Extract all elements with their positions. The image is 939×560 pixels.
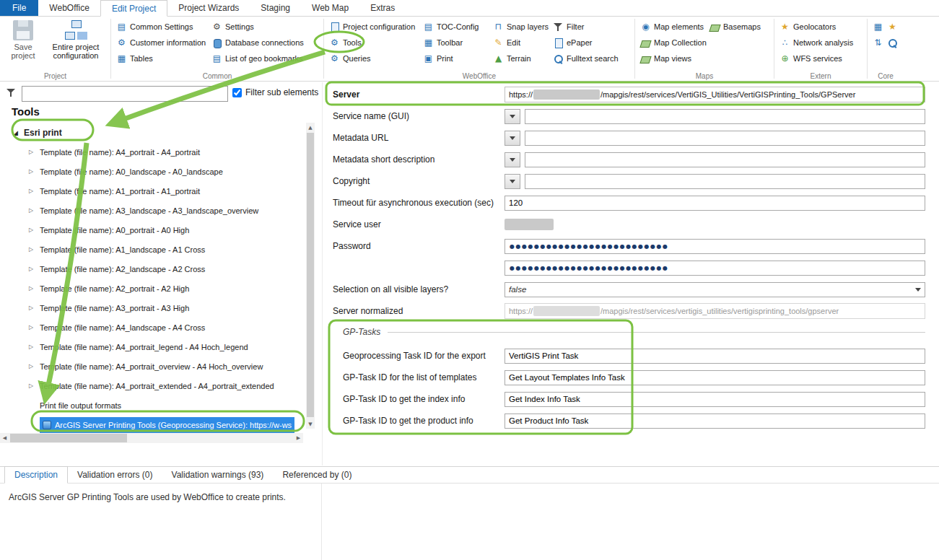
gp-templates-task-input[interactable] [505,370,925,385]
gp-export-task-input[interactable] [505,349,925,364]
snap-layers-button[interactable]: ⊓Snap layers [492,19,551,35]
filter-search-input[interactable] [22,86,228,102]
scrollbar-thumb[interactable] [307,133,314,417]
save-project-button[interactable]: Save project [4,19,43,71]
redacted-service-user[interactable] [505,219,554,230]
service-name-input[interactable] [525,109,925,124]
metadata-url-dropdown-button[interactable] [505,131,520,146]
geo-bookmarks-button[interactable]: ▤List of geo bookmarks [210,51,320,66]
metadata-url-input[interactable] [525,131,925,146]
filter-sub-elements-checkbox-input[interactable] [232,88,242,97]
tree-horizontal-scrollbar[interactable]: ◀ ▶ [0,433,303,443]
tab-staging[interactable]: Staging [250,0,301,16]
tree-item-arcgis-printing-tools[interactable]: ArcGIS Server Printing Tools (Geoprocess… [0,415,315,434]
wfs-services-button[interactable]: ⊕WFS services [778,51,863,66]
tree-item-template[interactable]: ▷Template (file name): A4_landscape - A4… [0,318,315,337]
map-views-button[interactable]: Map views [639,51,708,66]
tree-item-template[interactable]: ▷Template (file name): A4_portrait - A4_… [0,142,315,162]
fulltext-search-button[interactable]: Fulltext search [551,51,631,66]
tree-item-template[interactable]: ▷Template (file name): A0_landscape - A0… [0,162,315,181]
epaper-button[interactable]: ePaper [551,35,631,51]
expander-closed-icon[interactable]: ▷ [29,363,40,369]
expander-closed-icon[interactable]: ▷ [29,149,40,155]
geolocators-button[interactable]: ★Geolocators [778,19,863,35]
expander-closed-icon[interactable]: ▷ [29,324,40,331]
tab-validation-errors[interactable]: Validation errors (0) [68,467,162,483]
scroll-left-icon[interactable]: ◀ [0,433,9,443]
tree-item-print-file-output-formats[interactable]: Print file output formats [0,395,315,415]
copyright-dropdown-button[interactable] [505,174,520,189]
metadata-short-description-input[interactable] [525,152,925,167]
map-elements-button[interactable]: ◉Map elements [639,19,708,35]
tree-item-template[interactable]: ▷Template (file name): A3_landscape - A3… [0,201,315,220]
timeout-input[interactable] [505,196,925,211]
edit-button[interactable]: ✎Edit [492,35,551,51]
tree-item-template[interactable]: ▷Template (file name): A1_portrait - A1_… [0,181,315,201]
map-collection-button[interactable]: Map Collection [639,35,708,51]
filter-button[interactable]: Filter [551,19,631,35]
common-settings-button[interactable]: ▤Common Settings [115,19,210,35]
entire-project-configuration-button[interactable]: Entire project configuration [45,19,107,71]
core-sort-button[interactable]: ⇅ [871,35,886,51]
password-input[interactable]: ●●●●●●●●●●●●●●●●●●●●●●●●●● [505,239,925,254]
settings-button[interactable]: ⚙Settings [210,19,320,35]
expander-closed-icon[interactable]: ▷ [29,266,40,272]
print-button[interactable]: ▣Print [422,51,492,66]
tables-button[interactable]: ▦Tables [115,51,210,66]
gp-product-task-input[interactable] [505,414,925,429]
basemaps-button[interactable]: Basemaps [708,19,770,35]
toc-config-button[interactable]: ▤TOC-Config [422,19,492,35]
scroll-up-icon[interactable]: ▲ [306,123,315,132]
tree-item-template[interactable]: ▷Template (file name): A3_portrait - A3 … [0,298,315,318]
tools-button[interactable]: ⚙Tools [328,35,422,51]
network-analysis-button[interactable]: ∴Network analysis [778,35,863,51]
queries-button[interactable]: ⚙Queries [328,51,422,66]
expander-closed-icon[interactable]: ▷ [29,227,40,233]
scroll-right-icon[interactable]: ▶ [294,433,303,443]
expander-closed-icon[interactable]: ▷ [29,285,40,292]
core-wand-button[interactable]: ★ [886,19,900,35]
expander-closed-icon[interactable]: ▷ [29,344,40,350]
tree-item-template[interactable]: ▷Template (file name): A4_portrait_overv… [0,356,315,376]
tree-item-template[interactable]: ▷Template (file name): A0_portrait - A0 … [0,220,315,240]
selected-tree-item[interactable]: ArcGIS Server Printing Tools (Geoprocess… [40,417,294,433]
tree-item-template[interactable]: ▷Template (file name): A2_portrait - A2 … [0,279,315,298]
tab-project-wizards[interactable]: Project Wizards [167,0,250,16]
database-connections-button[interactable]: Database connections [210,35,320,51]
project-configuration-button[interactable]: Project configuration [328,19,422,35]
tab-validation-warnings[interactable]: Validation warnings (93) [162,467,274,483]
expander-open-icon[interactable]: ◢ [13,129,24,136]
tab-file[interactable]: File [0,0,38,16]
expander-closed-icon[interactable]: ▷ [29,382,40,389]
tab-description[interactable]: Description [4,466,68,484]
tree-vertical-scrollbar[interactable]: ▲ ▼ [306,123,315,429]
tree-root-esri-print[interactable]: ◢ Esri print [0,123,315,142]
tab-edit-project[interactable]: Edit Project [100,0,167,17]
server-input[interactable]: https:// /mapgis/rest/services/VertiGIS_… [505,87,925,102]
terrain-button[interactable]: ▲Terrain [492,51,551,66]
gp-index-task-input[interactable] [505,392,925,407]
filter-sub-elements-checkbox[interactable]: Filter sub elements [232,87,318,97]
expander-closed-icon[interactable]: ▷ [29,188,40,194]
tab-referenced-by[interactable]: Referenced by (0) [273,467,361,483]
tab-extras[interactable]: Extras [359,0,406,16]
expander-closed-icon[interactable]: ▷ [29,168,40,175]
metadata-short-description-dropdown-button[interactable] [505,152,520,167]
copyright-input[interactable] [525,174,925,189]
tree-item-template[interactable]: ▷Template (file name): A2_landscape - A2… [0,259,315,279]
scrollbar-thumb[interactable] [10,434,127,442]
tab-web-map[interactable]: Web Map [301,0,359,16]
tab-weboffice[interactable]: WebOffice [38,0,100,16]
expander-closed-icon[interactable]: ▷ [29,305,40,311]
expander-closed-icon[interactable]: ▷ [29,246,40,253]
tree-item-template[interactable]: ▷Template (file name): A4_portrait_legen… [0,337,315,356]
customer-information-button[interactable]: ⚙Customer information [115,35,210,51]
core-table-button[interactable]: ▦ [871,19,886,35]
tree-item-template[interactable]: ▷Template (file name): A1_landscape - A1… [0,240,315,259]
core-search-button[interactable] [886,35,900,51]
tree-item-template[interactable]: ▷Template (file name): A4_portrait_exten… [0,376,315,395]
filter-icon[interactable] [6,87,17,98]
password-confirm-input[interactable]: ●●●●●●●●●●●●●●●●●●●●●●●●●● [505,261,925,276]
expander-closed-icon[interactable]: ▷ [29,207,40,214]
scroll-down-icon[interactable]: ▼ [306,419,315,429]
